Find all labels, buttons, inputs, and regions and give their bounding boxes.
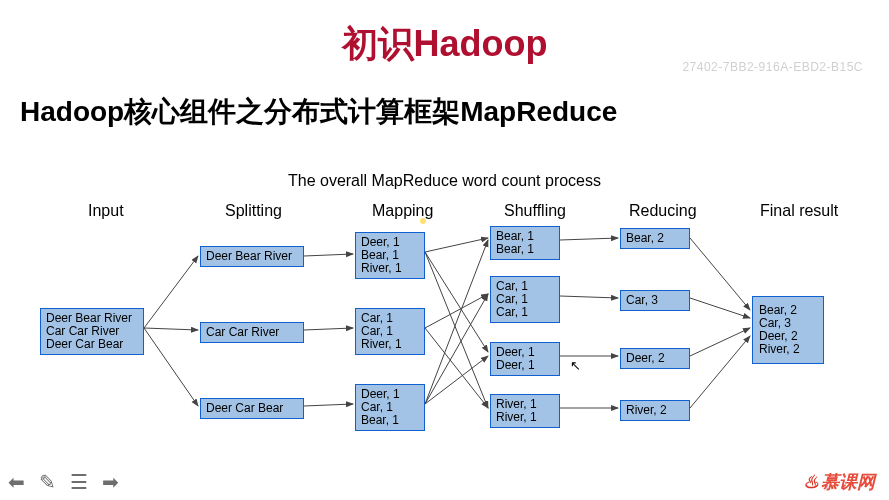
svg-line-7 (425, 252, 488, 352)
svg-line-19 (690, 298, 750, 318)
page-subtitle: Hadoop核心组件之分布式计算框架MapReduce (20, 93, 889, 131)
svg-line-20 (690, 328, 750, 356)
svg-line-4 (304, 328, 353, 330)
forward-arrow-icon[interactable]: ➡ (102, 470, 119, 494)
pencil-icon[interactable]: ✎ (39, 470, 56, 494)
svg-line-18 (690, 238, 750, 310)
back-arrow-icon[interactable]: ⬅ (8, 470, 25, 494)
svg-line-0 (144, 256, 198, 328)
svg-line-5 (304, 404, 353, 406)
svg-line-8 (425, 252, 488, 408)
menu-icon[interactable]: ☰ (70, 470, 88, 494)
svg-line-3 (304, 254, 353, 256)
svg-line-10 (425, 328, 488, 408)
bottom-toolbar: ⬅ ✎ ☰ ➡ (8, 470, 119, 494)
flow-arrows (0, 170, 889, 470)
flame-icon: ♨ (803, 472, 819, 492)
svg-line-21 (690, 336, 750, 408)
svg-line-1 (144, 328, 198, 330)
svg-line-14 (560, 238, 618, 240)
svg-line-15 (560, 296, 618, 298)
site-brand: ♨慕课网 (803, 470, 875, 494)
mapreduce-diagram: The overall MapReduce word count process… (0, 170, 889, 470)
svg-line-6 (425, 238, 488, 252)
watermark: 27402-7BB2-916A-EBD2-B15C (682, 60, 863, 74)
svg-line-2 (144, 328, 198, 406)
